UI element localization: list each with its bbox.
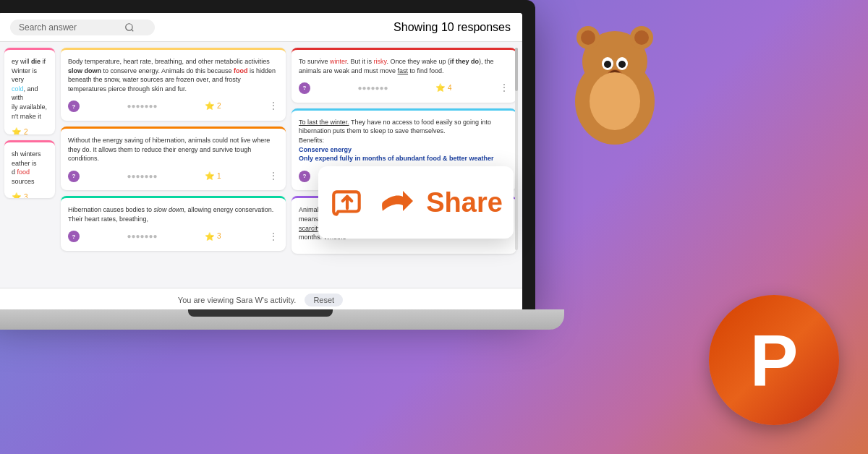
share-icon-svg [375,182,416,223]
reset-button[interactable]: Reset [305,294,343,307]
more-options-1[interactable]: ⋮ [268,99,278,113]
star-icon-2: ⭐ [205,171,215,181]
svg-line-1 [132,29,134,31]
avatar-3: ? [68,231,80,242]
star-count-3: ⭐ 3 [205,231,221,242]
ppt-letter: P [750,324,799,396]
masked-text-2: ●●●●●●● [127,171,157,181]
card-column-1: Body temperature, heart rate, breathing,… [61,48,286,282]
search-icon [124,22,135,33]
star-icon-4: ⭐ [435,82,446,93]
search-input[interactable] [19,22,120,33]
star-count-1: ⭐ 2 [205,100,221,111]
avatar-2: ? [68,171,80,182]
card-partial-1: ey will die ifWinter is verycold, and wi… [4,48,55,134]
share-popup: Share [318,166,514,239]
star-count-p1: ⭐ 2 [12,127,28,134]
status-bar: You are viewing Sara W's activity. Reset [0,288,522,311]
partial-2-text: sh winterseather isd food sources [12,150,41,185]
share-arrow-icon [329,184,365,220]
more-options-4[interactable]: ⋮ [499,81,509,95]
powerpoint-icon: P [709,295,839,425]
scrollbar[interactable] [515,48,518,250]
star-count-4: ⭐ 4 [435,82,452,93]
card-3-text: Hibernation causes bodies to slow down, … [68,205,278,223]
laptop-notch [188,309,333,317]
masked-text-3: ●●●●●●● [127,231,157,241]
screen-content: Showing 10 responses ey will die ifWinte… [0,13,522,311]
card-partial-2: sh winterseather isd food sources ⭐ 3 [4,140,55,198]
svg-point-11 [618,61,626,68]
laptop-screen: Showing 10 responses ey will die ifWinte… [0,13,522,311]
laptop-base [0,309,564,330]
star-icon-p1: ⭐ [12,127,22,134]
share-text: Share [426,187,503,218]
more-options-2[interactable]: ⋮ [268,169,278,184]
card-column-2: To survive winter. But it is risky. Once… [292,48,516,282]
bear-mascot [561,7,669,152]
bear-svg [561,7,669,152]
card-1-text: Body temperature, heart rate, breathing,… [68,57,278,93]
avatar-4: ? [299,82,310,94]
svg-point-7 [634,30,649,45]
star-count-p2: ⭐ 3 [12,192,28,198]
svg-point-14 [590,72,640,130]
star-count-2: ⭐ 1 [205,171,221,181]
card-3: Hibernation causes bodies to slow down, … [61,196,286,251]
card-5-text: To last the winter. They have no access … [299,118,509,163]
svg-point-0 [126,23,132,30]
partial-column-left: ey will die ifWinter is verycold, and wi… [4,48,55,282]
more-options-3[interactable]: ⋮ [268,230,278,244]
responses-count: Showing 10 responses [393,21,511,34]
card-2-text: Without the energy saving of hibernation… [68,136,278,163]
scrollbar-thumb[interactable] [515,48,518,91]
star-icon-p2: ⭐ [12,192,22,198]
ppt-circle: P [709,295,839,425]
masked-text-4: ●●●●●●● [357,83,388,93]
avatar-1: ? [68,100,80,112]
svg-point-10 [604,61,611,68]
search-bar[interactable] [10,20,155,35]
cards-area: ey will die ifWinter is verycold, and wi… [0,42,522,288]
star-icon-3: ⭐ [205,231,215,242]
card-4-text: To survive winter. But it is risky. Once… [299,57,509,75]
svg-point-6 [581,30,595,45]
partial-1-text: ey will die ifWinter is verycold, and wi… [12,58,47,120]
viewing-label: You are viewing Sara W's activity. [178,296,297,304]
masked-text-1: ●●●●●●● [127,101,157,111]
card-1: Body temperature, heart rate, breathing,… [61,48,286,121]
avatar-5: ? [299,171,310,182]
star-icon-1: ⭐ [205,100,215,111]
card-4: To survive winter. But it is risky. Once… [292,48,516,103]
laptop-bezel: Showing 10 responses ey will die ifWinte… [0,0,535,311]
card-2: Without the energy saving of hibernation… [61,127,286,190]
toolbar: Showing 10 responses [0,13,522,42]
